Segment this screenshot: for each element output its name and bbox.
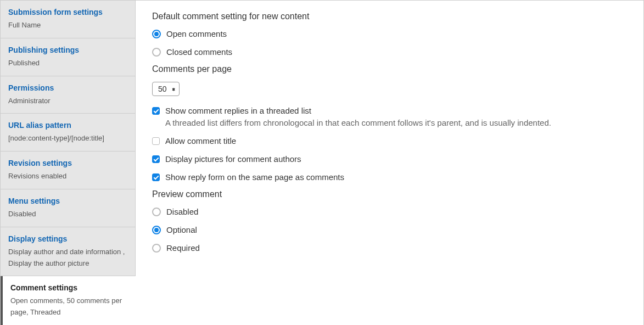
sidebar-item-summary: Administrator (8, 96, 127, 107)
sidebar-item-url-alias-pattern[interactable]: URL alias pattern [node:content-type]/[n… (1, 114, 135, 152)
default-comment-heading: Default comment setting for new content (152, 12, 627, 21)
sidebar-item-title: Comment settings (10, 282, 128, 294)
sidebar-item-display-settings[interactable]: Display settings Display author and date… (1, 227, 135, 277)
sidebar-item-summary: Revisions enabled (8, 171, 127, 182)
preview-comment-heading: Preview comment (152, 189, 627, 199)
radio-open-comments[interactable] (152, 30, 161, 38)
sidebar-item-summary: [node:content-type]/[node:title] (8, 133, 127, 144)
sidebar-item-publishing-settings[interactable]: Publishing settings Published (1, 38, 135, 76)
checkbox-threaded-label[interactable]: Show comment replies in a threaded list (165, 106, 551, 115)
sidebar-item-title: Revision settings (8, 158, 127, 169)
sidebar-item-comment-settings[interactable]: Comment settings Open comments, 50 comme… (1, 276, 136, 325)
radio-preview-optional-label[interactable]: Optional (166, 225, 197, 234)
radio-preview-required[interactable] (152, 244, 161, 253)
sidebar-item-summary: Published (8, 58, 127, 69)
sidebar-item-summary: Full Name (8, 20, 127, 31)
checkbox-show-reply-label[interactable]: Show reply form on the same page as comm… (165, 172, 344, 182)
checkbox-threaded[interactable] (152, 107, 160, 115)
sidebar-item-summary: Display author and date information , Di… (8, 246, 127, 270)
sidebar-item-summary: Disabled (8, 209, 127, 220)
sidebar: Submission form settings Full Name Publi… (1, 1, 136, 325)
comments-per-page-value: 50 (152, 82, 180, 96)
radio-closed-comments[interactable] (152, 48, 161, 57)
radio-closed-comments-label[interactable]: Closed comments (166, 47, 232, 57)
sidebar-item-title: Publishing settings (8, 44, 127, 56)
checkbox-display-pics[interactable] (152, 155, 160, 163)
main-panel: Default comment setting for new content … (136, 1, 643, 325)
checkbox-allow-title[interactable] (152, 137, 160, 145)
radio-preview-required-label[interactable]: Required (166, 243, 200, 253)
checkbox-allow-title-label[interactable]: Allow comment title (165, 136, 236, 145)
checkbox-show-reply[interactable] (152, 173, 160, 181)
radio-preview-disabled[interactable] (152, 208, 161, 216)
radio-open-comments-label[interactable]: Open comments (166, 29, 227, 38)
comments-per-page-heading: Comments per page (152, 64, 627, 74)
sidebar-item-menu-settings[interactable]: Menu settings Disabled (1, 189, 135, 227)
checkbox-threaded-help: A threaded list differs from chronologoc… (165, 118, 551, 127)
sidebar-item-title: URL alias pattern (8, 120, 127, 131)
radio-preview-optional[interactable] (152, 226, 161, 234)
sidebar-item-revision-settings[interactable]: Revision settings Revisions enabled (1, 152, 135, 189)
sidebar-item-permissions[interactable]: Permissions Administrator (1, 76, 135, 114)
sidebar-item-title: Submission form settings (8, 7, 127, 18)
sidebar-item-title: Display settings (8, 233, 127, 245)
sidebar-item-submission-form-settings[interactable]: Submission form settings Full Name (1, 1, 135, 38)
comments-per-page-select[interactable]: 50 (152, 82, 180, 96)
sidebar-item-title: Permissions (8, 82, 127, 94)
sidebar-item-title: Menu settings (8, 195, 127, 207)
radio-preview-disabled-label[interactable]: Disabled (166, 207, 198, 216)
sidebar-item-summary: Open comments, 50 comments per page, Thr… (10, 295, 128, 318)
checkbox-display-pics-label[interactable]: Display pictures for comment authors (165, 154, 301, 164)
